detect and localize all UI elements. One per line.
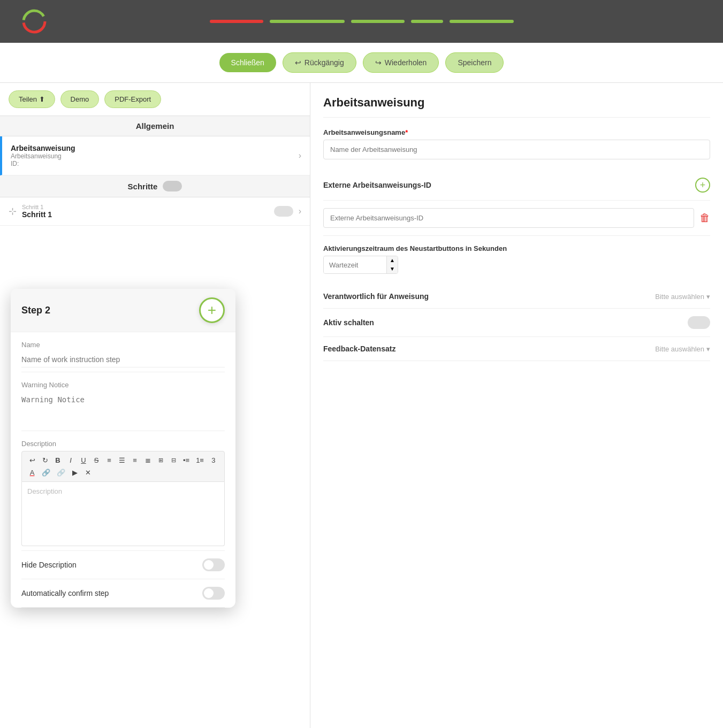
undo-icon: ↩ [295,58,301,67]
steps-section-header: Schritte [0,175,310,197]
feedback-dropdown[interactable]: Bitte auswählen ▾ [655,345,710,353]
wait-input-group: ▲ ▼ [323,256,398,274]
feedback-label: Feedback-Datensatz [323,344,395,353]
align-center-rich-btn[interactable]: ☰ [116,455,128,466]
auto-confirm-toggle[interactable] [202,587,225,600]
name-field-group: Arbeitsanweisungsname* [323,128,710,159]
nav-item-sub2: ID: [11,160,75,167]
hide-description-row: Hide Description [21,551,225,579]
spinner-down-button[interactable]: ▼ [387,265,398,273]
chevron-right-icon: › [299,151,301,160]
responsible-row: Verantwortlich für Anweisung Bitte auswä… [323,285,710,309]
progress-bar-3 [351,20,405,23]
nav-item-title: Arbeitsanweisung [11,144,75,152]
indent-rich-btn[interactable]: ⊞ [155,455,166,466]
chevron-down-icon-2: ▾ [706,345,710,353]
activation-label: Aktivierungszeitraum des Neustartbuttons… [323,244,710,252]
feedback-row: Feedback-Datensatz Bitte auswählen ▾ [323,337,710,361]
redo-rich-btn[interactable]: ↻ [39,455,51,466]
align-right-rich-btn[interactable]: ≡ [129,455,141,466]
redo-icon: ↪ [375,58,382,67]
progress-bars [210,20,514,23]
underline-rich-btn[interactable]: U [78,455,89,466]
description-content-area[interactable]: Description [21,482,225,546]
step2-warning-label: Warning Notice [21,381,225,389]
drag-handle-icon[interactable]: ⊹ [9,205,17,217]
italic-rich-btn[interactable]: I [65,455,77,466]
responsible-label: Verantwortlich für Anweisung [323,292,429,301]
panel-title: Arbeitsanweisung [323,96,710,118]
top-bar [0,0,723,43]
ext-id-input[interactable] [323,208,694,228]
progress-bar-4 [411,20,443,23]
hide-description-label: Hide Description [21,561,77,569]
name-field-input[interactable] [323,140,710,159]
step2-name-input[interactable] [21,352,225,367]
chevron-down-icon: ▾ [706,293,710,301]
demo-button[interactable]: Demo [60,90,100,108]
share-button[interactable]: Teilen ⬆ [9,90,55,108]
align-left-rich-btn[interactable]: ≡ [103,455,115,466]
step2-name-field: Name [21,332,225,372]
ext-id-input-row: 🗑 [323,201,710,236]
step2-description-field: Description ↩ ↻ B I U S ≡ ☰ ≡ ≣ ⊞ ⊟ •≡ 1… [21,431,225,551]
strikethrough-rich-btn[interactable]: S [90,455,102,466]
ext-id-row: Externe Arbeitsanweisungs-ID + [323,170,710,201]
step2-description-label: Description [21,440,225,448]
ext-id-label: Externe Arbeitsanweisungs-ID [323,181,431,189]
step-item-1: ⊹ Schritt 1 Schritt 1 › [0,197,310,226]
video-rich-btn[interactable]: ▶ [69,467,81,478]
clear-rich-btn[interactable]: ✕ [82,467,94,478]
auto-confirm-row: Automatically confirm step [21,579,225,608]
progress-bar-1 [210,20,263,23]
align-justify-rich-btn[interactable]: ≣ [142,455,154,466]
undo-button[interactable]: ↩ Rückgängig [283,52,356,73]
unlink-rich-btn[interactable]: 🔗 [54,467,68,478]
step2-card: Step 2 + Name Warning Notice Description… [11,289,235,608]
auto-confirm-label: Automatically confirm step [21,589,109,597]
step-toggle[interactable] [274,206,293,217]
step-label: Schritt 1 [22,204,269,210]
bold-rich-btn[interactable]: B [52,455,64,466]
main-content: Schließen ↩ Rückgängig ↪ Wiederholen Spe… [0,43,723,728]
font-color-rich-btn[interactable]: A [26,467,38,478]
outdent-rich-btn[interactable]: ⊟ [168,455,179,466]
spinner-up-button[interactable]: ▲ [387,256,398,265]
rich-text-toolbar: ↩ ↻ B I U S ≡ ☰ ≡ ≣ ⊞ ⊟ •≡ 1≡ 3 A 🔗 [21,451,225,482]
progress-bar-2 [270,20,345,23]
share-icon: ⬆ [39,95,45,103]
active-label: Aktiv schalten [323,318,374,327]
step-name: Schritt 1 [22,210,269,219]
wait-input[interactable] [324,257,386,273]
steps-toggle[interactable] [163,181,182,191]
logo-icon [21,9,47,34]
link-rich-btn[interactable]: 🔗 [39,467,53,478]
redo-button[interactable]: ↪ Wiederholen [363,52,439,73]
step2-name-label: Name [21,341,225,349]
general-section-header: Allgemein [0,116,310,136]
undo-rich-btn[interactable]: ↩ [26,455,38,466]
step-chevron-icon: › [299,206,301,216]
heading-rich-btn[interactable]: 3 [208,455,219,466]
step2-warning-textarea[interactable] [21,392,225,424]
progress-bar-5 [450,20,514,23]
step2-add-button[interactable]: + [199,297,225,323]
activation-field-group: Aktivierungszeitraum des Neustartbuttons… [323,244,710,274]
bullet-rich-btn[interactable]: •≡ [180,455,192,466]
name-field-label: Arbeitsanweisungsname* [323,128,710,136]
arbeitsanweisung-nav-item[interactable]: Arbeitsanweisung Arbeitsanweisung ID: › [0,136,310,175]
right-panel: Arbeitsanweisung Arbeitsanweisungsname* … [310,83,723,728]
step2-warning-field: Warning Notice [21,372,225,431]
responsible-dropdown[interactable]: Bitte auswählen ▾ [655,293,710,301]
ext-id-add-button[interactable]: + [695,178,710,193]
close-button[interactable]: Schließen [219,53,276,72]
save-button[interactable]: Speichern [445,52,504,73]
hide-description-toggle[interactable] [202,558,225,571]
ordered-rich-btn[interactable]: 1≡ [193,455,207,466]
ext-id-delete-button[interactable]: 🗑 [699,212,710,224]
left-toolbar: Teilen ⬆ Demo PDF-Export [0,83,310,116]
active-toggle[interactable] [688,316,710,329]
step2-title: Step 2 [21,305,50,316]
step2-header: Step 2 + [11,289,235,332]
pdf-export-button[interactable]: PDF-Export [104,90,161,108]
